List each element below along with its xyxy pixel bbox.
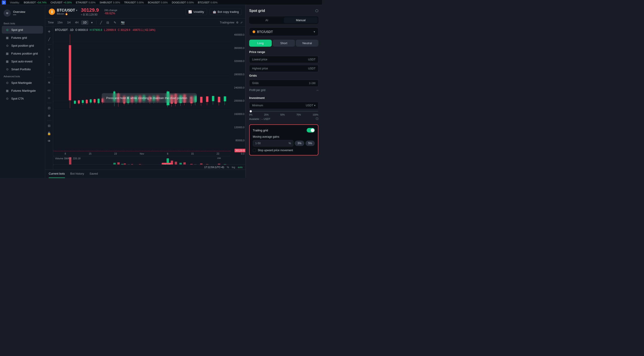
investment-section: Investment Minimum USDT ▾ 0% 25% 50% 75%… [249,96,318,121]
svg-rect-21 [90,99,92,102]
volatility-icon: 📈 [188,10,192,13]
sidebar-item-label: Smart Portfolio [11,68,31,71]
text-tool-icon[interactable]: T [46,61,52,68]
nav-arrow-icon[interactable]: ❯ [2,0,6,4]
slider-thumb[interactable] [249,110,252,113]
sidebar-item-spot-martingale[interactable]: ⊙ Spot Martingale [2,79,43,86]
pattern-icon[interactable]: ≋ [46,79,52,86]
timeframe-4h[interactable]: 4H [73,20,80,25]
content-area: ₿ BTC/USDT ▾ Bitcoin 🔥 30129.9 ≈ $ 30,12… [45,5,245,178]
ticker-bar: ❯ Volatility: BGBUSDT +54.74% CHZUSDT +0… [0,0,322,5]
ma-percent-label: % [289,142,291,145]
measure-icon[interactable]: ⊹ [46,69,52,75]
right-panel: Spot grid ⬡ AI Manual BTC/USDT ▾ Long Sh… [245,5,322,178]
sidebar-item-futures-position-grid[interactable]: ▦ Futures position grid [2,49,43,57]
emoji-icon[interactable]: ☺ [46,95,52,101]
svg-rect-13 [74,101,76,104]
bot-icon[interactable]: ⊟ [46,123,52,129]
neutral-button[interactable]: Neutral [296,40,318,47]
tool-separator [47,44,52,44]
minimum-label: Minimum [252,104,263,107]
channel-icon[interactable]: ≡ [46,46,52,52]
sidebar-item-spot-cta[interactable]: ⊙ Spot CTA [2,95,43,102]
zoom-tool-icon[interactable]: ⊕ [46,112,52,119]
long-button[interactable]: Long [249,40,272,47]
mode-manual-button[interactable]: Manual [284,17,318,23]
investment-dropdown-icon[interactable]: ▾ [314,104,316,107]
magnet-icon[interactable]: ⊡ [46,105,52,111]
tab-saved[interactable]: Saved [90,170,98,178]
ma-input-placeholder: 1-50 [255,142,261,145]
sidebar-item-label: Spot position grid [11,44,34,47]
ruler-icon[interactable]: ▭ [46,87,52,93]
spot-grid-icon: ⊙ [6,28,9,31]
info-icon[interactable]: ⓘ [316,117,318,121]
tool-separator-2 [47,77,52,77]
fork-icon[interactable]: ⑂ [46,54,52,60]
mode-ai-button[interactable]: AI [250,17,284,23]
position-tabs: Long Short Neutral [249,40,318,47]
crosshair-icon[interactable]: ✛ [46,28,52,35]
eye-icon[interactable]: 👁 [46,138,52,144]
lowest-price-input[interactable]: Lowest price USDT [249,56,318,63]
sidebar-overview[interactable]: ≋ Overview •••• [0,8,45,18]
draw-icon[interactable]: ✎ [112,20,118,25]
grids-input[interactable]: Grids 2-190 [249,79,318,87]
ohlc-close: C 30129.9 [118,28,130,31]
svg-rect-19 [86,100,88,103]
ma-5-percent-button[interactable]: 5% [306,141,315,146]
settings-icon[interactable]: ⚙ [236,21,238,24]
line-tool-icon[interactable]: ╱ [46,36,52,42]
auto-button[interactable]: auto [238,166,243,169]
sidebar-item-spot-grid[interactable]: ⊙ Spot grid [2,26,43,33]
panel-export-icon[interactable]: ⬡ [315,8,318,13]
pair-dropdown-icon[interactable]: ▾ [76,9,77,12]
bot-copy-trading-button[interactable]: 🤖 Bot copy trading [210,8,242,15]
volatility-label: Volatility: [10,1,20,4]
trailing-toggle[interactable] [307,128,315,132]
ohlc-low: L 29999.9 [104,28,116,31]
percent-label: % [227,166,229,169]
timeframe-dropdown-icon[interactable]: ▾ [89,20,94,25]
expand-icon[interactable]: ⤢ [240,21,243,24]
grids-title: Grids [249,74,318,77]
svg-rect-17 [82,100,84,103]
sidebar-item-futures-grid[interactable]: ▦ Futures grid [2,34,43,41]
sidebar-item-smart-portfolio[interactable]: ⊙ Smart Portfolio [2,65,43,73]
timeframe-1d[interactable]: 1D [81,20,88,25]
tab-bot-history[interactable]: Bot history [70,170,84,178]
sidebar-item-spot-position-grid[interactable]: ⊙ Spot position grid [2,42,43,49]
investment-title: Investment [249,96,318,100]
futures-position-grid-icon: ▦ [6,52,9,55]
timeframe-1h[interactable]: 1H [66,20,72,25]
sidebar-item-spot-auto-invest[interactable]: ▦ Spot auto-invest [2,57,43,65]
sidebar-item-futures-martingale[interactable]: ▦ Futures Martingale [2,87,43,94]
camera-icon[interactable]: 📷 [119,20,126,25]
line-chart-icon[interactable]: ╱ [98,20,104,25]
short-button[interactable]: Short [272,40,295,47]
investment-unit: USDT [306,104,313,107]
volatility-label: Volatility [193,10,204,13]
bot-copy-icon: 🤖 [213,10,216,13]
highest-price-input[interactable]: Highest price USDT [249,65,318,72]
timeframe-15m[interactable]: 15m [56,20,64,25]
header-actions: 📈 Volatility 🤖 Bot copy trading [185,8,242,15]
ticker-dogeusdt: DOGEUSDT 0.00% [172,1,194,4]
sidebar-item-label: Spot auto-invest [11,60,32,63]
stop-upward-checkbox[interactable] [253,149,256,152]
investment-input[interactable]: Minimum USDT ▾ [249,102,318,109]
tab-current-bots[interactable]: Current bots [49,170,65,178]
candle-chart-icon[interactable]: ⊟ [105,20,111,25]
pair-selector[interactable]: BTC/USDT ▾ [249,27,318,36]
price-main: 30129.9 [81,7,99,13]
panel-header: Spot grid ⬡ [249,8,318,13]
ma-gains-input[interactable]: 1-50 % [253,140,293,146]
log-button[interactable]: log [232,166,235,169]
tooltip-close-icon[interactable]: ✕ [190,96,192,100]
available-value: -- USDT [261,118,270,120]
ma-3-percent-button[interactable]: 3% [295,141,304,146]
investment-slider[interactable] [249,111,318,112]
volatility-button[interactable]: 📈 Volatility [185,8,207,15]
bot-copy-label: Bot copy trading [218,10,239,13]
lock-icon[interactable]: 🔒 [46,130,52,137]
